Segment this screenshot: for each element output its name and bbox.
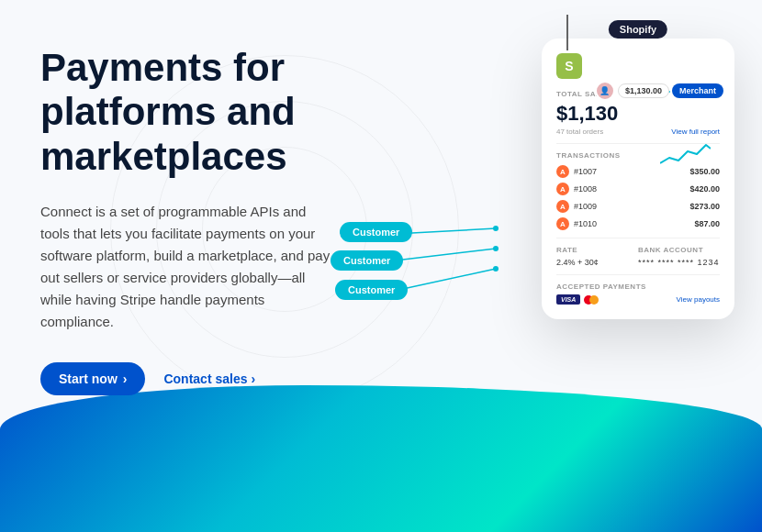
bank-label: BANK ACCOUNT	[638, 246, 720, 254]
contact-sales-label: Contact sales	[163, 371, 247, 386]
svg-line-3	[387, 249, 496, 261]
svg-point-5	[493, 226, 499, 231]
contact-sales-arrow: ›	[252, 371, 256, 386]
table-row: A #1008 $420.00	[556, 183, 720, 195]
merchant-row: 👤 $1,130.00 Merchant	[595, 81, 723, 101]
start-now-button[interactable]: Start now ›	[40, 362, 145, 395]
tx-icon-4: A	[556, 217, 569, 230]
mastercard-badge	[584, 295, 599, 305]
tx-icon-2: A	[556, 183, 569, 195]
merchant-amount-pill: $1,130.00	[618, 83, 669, 98]
divider-3	[556, 274, 720, 275]
contact-sales-link[interactable]: Contact sales ›	[163, 371, 255, 386]
tx-amount-3: $273.00	[689, 202, 720, 211]
start-now-arrow: ›	[123, 371, 128, 386]
accepted-payments-label: ACCEPTED PAYMENTS	[556, 283, 720, 291]
hero-description: Connect is a set of programmable APIs an…	[40, 201, 334, 333]
table-row: A #1010 $87.00	[556, 217, 720, 230]
total-sales-amount: $1,130	[556, 102, 720, 126]
cta-buttons: Start now › Contact sales ›	[40, 362, 371, 395]
tx-amount-2: $420.00	[689, 184, 720, 194]
tx-amount-4: $87.00	[694, 219, 720, 228]
visa-badge: VISA	[556, 294, 580, 305]
merchant-label: Merchant	[672, 83, 723, 98]
tx-icon-1: A	[556, 165, 569, 178]
hero-section: Payments for platforms and marketplaces …	[40, 46, 371, 395]
accepted-payments-section: ACCEPTED PAYMENTS VISA View payouts	[556, 283, 720, 305]
tx-id-2: #1008	[574, 184, 597, 194]
tx-left-3: A #1009	[556, 200, 597, 213]
card-header: S	[556, 53, 720, 79]
tx-id-1: #1007	[574, 167, 597, 176]
bottom-gradient-wave	[0, 385, 762, 532]
svg-point-6	[493, 246, 499, 251]
sales-chart	[660, 138, 711, 170]
tx-left-4: A #1010	[556, 217, 597, 230]
rate-bank-section: RATE 2.4% + 30¢ BANK ACCOUNT **** **** *…	[556, 246, 720, 267]
customer-label-2[interactable]: Customer	[331, 250, 403, 271]
customer-label-1[interactable]: Customer	[340, 222, 412, 242]
payment-badges-row: VISA View payouts	[556, 294, 720, 305]
tx-id-3: #1009	[574, 202, 597, 211]
hero-title: Payments for platforms and marketplaces	[40, 46, 371, 179]
tx-icon-3: A	[556, 200, 569, 213]
divider-2	[556, 238, 720, 238]
shopify-label: Shopify	[609, 20, 667, 39]
view-payouts-link[interactable]: View payouts	[677, 295, 720, 304]
table-row: A #1009 $273.00	[556, 200, 720, 213]
bank-masked: **** **** **** 1234	[638, 258, 720, 267]
tx-left-1: A #1007	[556, 165, 597, 178]
tx-left-2: A #1008	[556, 183, 597, 195]
rate-col: RATE 2.4% + 30¢	[556, 246, 638, 267]
shopify-logo: S	[556, 53, 582, 79]
svg-point-7	[493, 266, 499, 272]
start-now-label: Start now	[59, 371, 118, 386]
bank-col: BANK ACCOUNT **** **** **** 1234	[638, 246, 720, 267]
merchant-avatar: 👤	[595, 81, 615, 101]
view-report-link[interactable]: View full report	[671, 127, 720, 136]
total-sub-row: 47 total orders View full report	[556, 127, 720, 136]
customer-label-3[interactable]: Customer	[335, 280, 408, 300]
tx-id-4: #1010	[574, 219, 597, 228]
shopify-logo-letter: S	[565, 59, 573, 73]
orders-count: 47 total orders	[556, 127, 603, 136]
rate-value: 2.4% + 30¢	[556, 258, 638, 267]
phone-mockup-area: Shopify S TOTAL SALES $1,130 47 total or…	[542, 28, 734, 319]
rate-label: RATE	[556, 246, 638, 254]
